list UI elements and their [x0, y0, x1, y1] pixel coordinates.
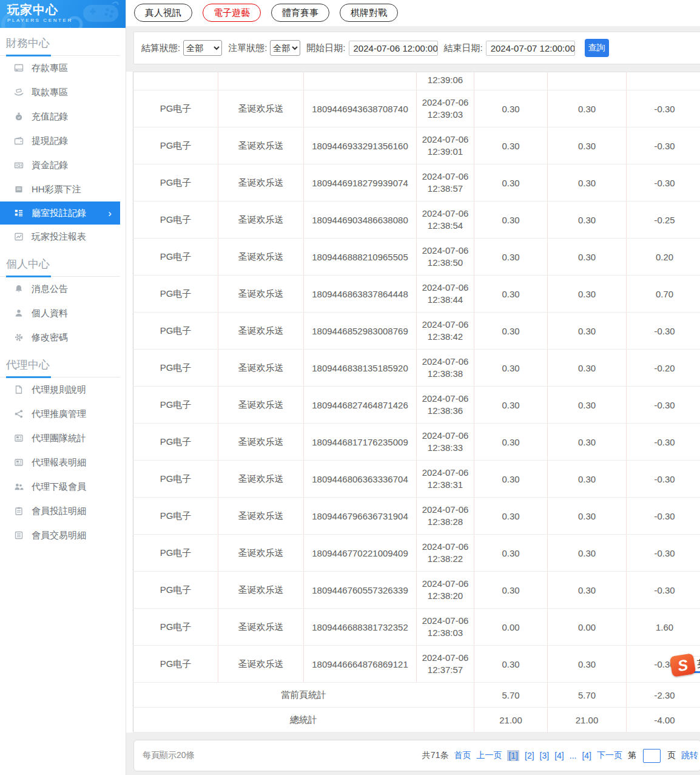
sidebar-item-1-1[interactable]: 個人資料	[0, 301, 120, 325]
cell-winloss: -0.25	[627, 201, 700, 239]
sidebar-item-0-3[interactable]: 提現記錄	[0, 129, 120, 153]
table-row: PG电子圣诞欢乐送18094467605573263392024-07-0612…	[133, 572, 700, 609]
cell-order: 1809446760557326339	[304, 572, 417, 609]
sidebar-item-0-0[interactable]: 存款專區	[0, 56, 120, 80]
tab-electronic-games[interactable]: 電子遊藝	[203, 4, 261, 22]
sidebar-item-0-5[interactable]: HH彩票下注	[0, 177, 120, 201]
sidebar-item-0-6[interactable]: 廳室投註記錄›	[0, 201, 120, 225]
cell-valid: 0.00	[548, 609, 627, 646]
tab-board-games[interactable]: 棋牌對戰	[340, 4, 398, 22]
table-row-partial: 12:39:06	[133, 72, 700, 90]
sidebar-brand: 玩家中心 PLAYERS CENTER	[0, 0, 126, 28]
cell-order: 1809446688381732352	[304, 609, 417, 646]
cell-winloss: 0.70	[627, 276, 700, 313]
table-row: PG电子圣诞欢乐送18094469332913561602024-07-0612…	[133, 127, 700, 164]
cell-platform: PG电子	[133, 90, 218, 127]
cell-valid: 0.30	[548, 201, 627, 239]
ime-overlay[interactable]: S 英	[671, 655, 700, 675]
cell-order: 1809446888210965505	[304, 239, 417, 276]
cell-order: 1809446827464871426	[304, 387, 417, 424]
sogou-input-icon[interactable]: S	[670, 653, 696, 677]
cell-valid: 0.30	[548, 387, 627, 424]
jump-suffix-label: 页	[667, 750, 676, 761]
cell-bet: 0.30	[474, 239, 548, 276]
sidebar-item-label: 消息公告	[32, 283, 68, 295]
page-link-1[interactable]: [1]	[507, 750, 519, 761]
sidebar-item-2-4[interactable]: 代理下級會員	[0, 475, 120, 499]
cell-order: 1809446796636731904	[304, 498, 417, 535]
sidebar-item-1-2[interactable]: 修改密碼	[0, 325, 120, 350]
sidebar-item-2-2[interactable]: 代理團隊統計	[0, 426, 120, 450]
sidebar-item-2-0[interactable]: 代理規則說明	[0, 377, 120, 402]
cell-platform: PG电子	[133, 572, 218, 609]
bet-records-table: 12:39:06 PG电子圣诞欢乐送1809446943638708740202…	[133, 72, 700, 733]
cell-platform: PG电子	[133, 609, 218, 646]
sidebar-item-label: 提現記錄	[32, 135, 68, 147]
sidebar-item-0-7[interactable]: 玩家投注報表	[0, 225, 120, 249]
page-link-2[interactable]: [2]	[525, 751, 534, 760]
withdraw-icon	[14, 87, 24, 97]
cell-platform: PG电子	[133, 424, 218, 461]
cell-time: 2024-07-0612:38:36	[417, 387, 474, 424]
last-page-link[interactable]: [4]	[582, 751, 591, 760]
app-root: 玩家中心 PLAYERS CENTER 財務中心存款專區取款專區充值記錄提現記錄…	[0, 0, 700, 775]
announcement-bell-icon	[14, 284, 24, 294]
first-page-link[interactable]: 首页	[454, 750, 471, 761]
end-date-label: 結束日期:	[444, 42, 483, 54]
sidebar-item-label: 會員投註明細	[32, 506, 86, 517]
jump-button[interactable]: 跳转	[681, 750, 698, 761]
next-page-link[interactable]: 下一页	[597, 750, 622, 761]
sidebar-item-label: 個人資料	[32, 308, 68, 319]
summary-row-total: 總統計 21.00 21.00 -4.00	[133, 708, 700, 733]
cell-game: 圣诞欢乐送	[218, 387, 304, 424]
recharge-record-icon	[14, 112, 24, 121]
cell-winloss: -0.30	[627, 90, 700, 127]
cell-valid: 0.30	[548, 164, 627, 201]
tab-live-video[interactable]: 真人視訊	[134, 4, 192, 22]
agent-report-detail-icon	[14, 458, 24, 467]
main-content: 真人視訊 電子遊藝 體育賽事 棋牌對戰 結算狀態: 全部 注單狀態: 全部 開始…	[126, 0, 700, 775]
summary-page-valid: 5.70	[548, 683, 627, 708]
cell-time: 2024-07-0612:38:38	[417, 350, 474, 387]
sidebar-item-0-4[interactable]: 資金記錄	[0, 153, 120, 177]
sidebar-item-2-5[interactable]: 會員投註明細	[0, 499, 120, 523]
cell-platform: PG电子	[133, 350, 218, 387]
cell-time: 2024-07-0612:38:22	[417, 535, 474, 572]
sidebar-item-label: 代理團隊統計	[32, 433, 86, 444]
sidebar-item-2-1[interactable]: 代理推廣管理	[0, 402, 120, 426]
cell-time: 2024-07-0612:38:03	[417, 609, 474, 646]
cell-winloss: -0.30	[627, 313, 700, 350]
start-date-input[interactable]	[349, 41, 438, 56]
ellipsis: ...	[570, 751, 577, 760]
prev-page-link[interactable]: 上一页	[476, 750, 502, 761]
agent-team-stats-icon	[14, 433, 24, 443]
sidebar-item-0-1[interactable]: 取款專區	[0, 80, 120, 104]
cell-game: 圣诞欢乐送	[218, 609, 304, 646]
sidebar-item-2-3[interactable]: 代理報表明細	[0, 450, 120, 475]
cell-bet: 0.30	[474, 313, 548, 350]
cell-platform: PG电子	[133, 535, 218, 572]
cell-time: 2024-07-0612:37:57	[417, 646, 474, 683]
tab-sports[interactable]: 體育賽事	[271, 4, 329, 22]
cell-valid: 0.30	[548, 127, 627, 164]
settle-status-select[interactable]: 全部	[183, 40, 222, 56]
sidebar-item-1-0[interactable]: 消息公告	[0, 277, 120, 301]
search-button[interactable]: 查詢	[585, 39, 609, 57]
end-date-input[interactable]	[486, 41, 575, 56]
cell-winloss: -0.30	[627, 498, 700, 535]
table-row: PG电子圣诞欢乐送18094468638378644482024-07-0612…	[133, 276, 700, 313]
cell-time: 2024-07-0612:38:42	[417, 313, 474, 350]
cell-order: 1809446838135185920	[304, 350, 417, 387]
player-report-icon	[14, 232, 24, 242]
page-link-3[interactable]: [3]	[540, 751, 550, 760]
sidebar-item-0-2[interactable]: 充值記錄	[0, 104, 120, 129]
jump-page-input[interactable]	[643, 749, 661, 763]
cell-order: 1809446852983008769	[304, 313, 417, 350]
order-status-select[interactable]: 全部	[270, 40, 300, 56]
summary-page-bet: 5.70	[474, 683, 548, 708]
sidebar-item-2-6[interactable]: 會員交易明細	[0, 523, 120, 547]
cell-bet: 0.30	[474, 535, 548, 572]
cell-winloss	[627, 72, 700, 90]
page-link-4[interactable]: [4]	[554, 751, 564, 760]
cell-bet: 0.30	[474, 646, 548, 683]
